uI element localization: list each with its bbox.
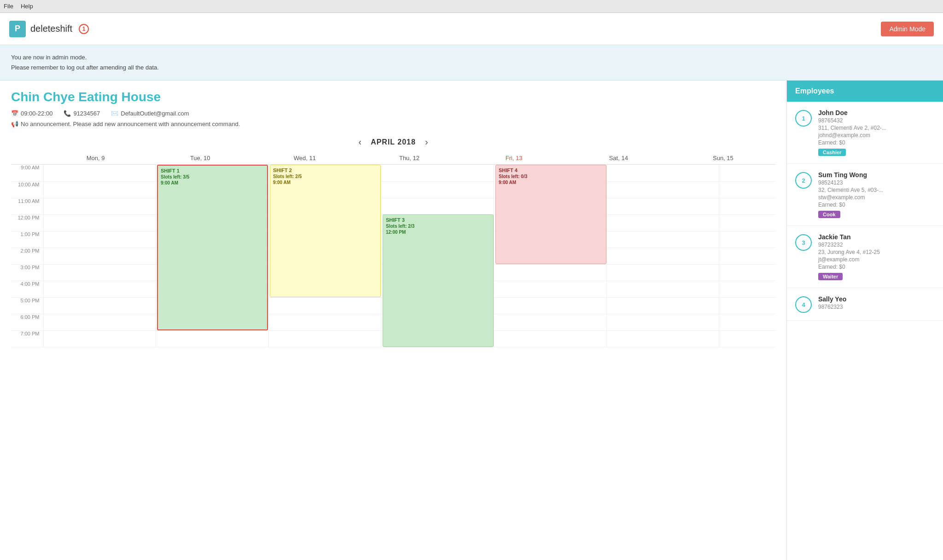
calendar-cell	[156, 314, 269, 330]
admin-mode-button[interactable]: Admin Mode	[881, 22, 934, 36]
calendar-cell	[156, 297, 269, 314]
calendar-cell	[268, 181, 381, 198]
business-phone: 📞 91234567	[64, 110, 100, 117]
calendar-cell	[43, 314, 156, 330]
calendar-cell	[494, 330, 606, 347]
calendar-cell	[156, 248, 269, 264]
employee-name: John Doe	[818, 109, 935, 116]
calendar-cell	[606, 330, 719, 347]
calendar-cell	[43, 198, 156, 214]
menu-file[interactable]: File	[4, 3, 13, 10]
calendar-area: Chin Chye Eating House 📅 09:00-22:00 📞 9…	[0, 81, 786, 560]
calendar-cell	[381, 198, 494, 214]
header: P deleteshift 1 Admin Mode	[0, 13, 943, 45]
calendar-cell	[43, 214, 156, 231]
calendar-cell	[719, 264, 775, 281]
time-cell: 11:00 AM	[11, 198, 43, 214]
cal-day-tue: Tue, 10	[148, 152, 252, 164]
calendar-cell	[381, 165, 494, 181]
role-badge: Cashier	[818, 149, 846, 156]
calendar-cell	[719, 297, 775, 314]
logo-icon: P	[9, 21, 26, 37]
email-icon: ✉️	[111, 110, 118, 117]
calendar-cell	[268, 231, 381, 248]
calendar-cell	[381, 330, 494, 347]
calendar-cell	[43, 231, 156, 248]
business-info: 📅 09:00-22:00 📞 91234567 ✉️ DefaultOutle…	[11, 110, 775, 117]
employees-header: Employees	[787, 81, 943, 102]
calendar-cell	[381, 281, 494, 297]
announcement-icon: 📢	[11, 121, 18, 127]
calendar-table: 9:00 AM10:00 AM11:00 AM12:00 PM1:00 PM2:…	[11, 165, 775, 347]
employee-earned: Earned: $0	[818, 264, 935, 270]
employees-sidebar: Employees 1 John Doe 98765432 311, Cleme…	[786, 81, 943, 560]
calendar-cell	[606, 248, 719, 264]
employee-card: 1 John Doe 98765432 311, Clementi Ave 2,…	[787, 102, 943, 164]
cal-day-sun: Sun, 15	[671, 152, 775, 164]
calendar-cell	[719, 248, 775, 264]
calendar-cell	[268, 264, 381, 281]
employee-address: 311, Clementi Ave 2, #02-...	[818, 125, 935, 131]
calendar-header-row: Mon, 9 Tue, 10 Wed, 11 Thu, 12 Fri, 13 S…	[11, 152, 775, 165]
time-cell: 1:00 PM	[11, 231, 43, 248]
calendar-cell	[381, 231, 494, 248]
calendar-cell	[494, 248, 606, 264]
calendar-cell	[381, 297, 494, 314]
calendar-cell	[268, 314, 381, 330]
calendar-cell	[606, 264, 719, 281]
calendar-cell	[156, 330, 269, 347]
calendar-cell	[268, 330, 381, 347]
time-cell: 5:00 PM	[11, 297, 43, 314]
calendar-cell	[43, 248, 156, 264]
calendar-cell	[381, 264, 494, 281]
calendar-cell	[719, 281, 775, 297]
time-cell: 6:00 PM	[11, 314, 43, 330]
employee-info: Jackie Tan 98723232 23, Jurong Ave 4, #1…	[818, 233, 935, 280]
employee-card: 3 Jackie Tan 98723232 23, Jurong Ave 4, …	[787, 226, 943, 288]
employee-card: 2 Sum Ting Wong 98524123 32, Clementi Av…	[787, 164, 943, 226]
calendar-month-label: APRIL 2018	[371, 138, 416, 146]
business-email: ✉️ DefaultOutlet@gmail.com	[111, 110, 189, 117]
calendar-body: 9:00 AM10:00 AM11:00 AM12:00 PM1:00 PM2:…	[11, 165, 775, 347]
employee-id: 98765432	[818, 117, 935, 124]
phone-icon: 📞	[64, 110, 71, 117]
employee-name: Sally Yeo	[818, 295, 935, 303]
calendar-cell	[381, 181, 494, 198]
calendar-cell	[719, 231, 775, 248]
employee-number: 3	[795, 234, 812, 251]
menubar: File Help	[0, 0, 943, 13]
employees-list: 1 John Doe 98765432 311, Clementi Ave 2,…	[787, 102, 943, 321]
calendar-grid: Mon, 9 Tue, 10 Wed, 11 Thu, 12 Fri, 13 S…	[11, 152, 775, 347]
employee-earned: Earned: $0	[818, 202, 935, 208]
employee-name: Sum Ting Wong	[818, 171, 935, 179]
calendar-cell	[268, 281, 381, 297]
time-cell: 9:00 AM	[11, 165, 43, 181]
employee-email: stw@example.com	[818, 194, 935, 201]
calendar-cell	[156, 181, 269, 198]
calendar-cell	[606, 297, 719, 314]
calendar-cell	[43, 297, 156, 314]
calendar-cell	[43, 330, 156, 347]
calendar-cell	[494, 198, 606, 214]
employee-number: 1	[795, 110, 812, 127]
calendar-cell	[606, 214, 719, 231]
prev-month-button[interactable]: ‹	[358, 137, 361, 147]
employee-info: John Doe 98765432 311, Clementi Ave 2, #…	[818, 109, 935, 156]
calendar-cell	[156, 231, 269, 248]
calendar-cell	[268, 248, 381, 264]
cal-day-thu: Thu, 12	[357, 152, 461, 164]
app-title: deleteshift	[30, 23, 72, 34]
calendar-cell	[381, 314, 494, 330]
next-month-button[interactable]: ›	[425, 137, 428, 147]
calendar-cell	[606, 281, 719, 297]
employee-id: 98762323	[818, 304, 935, 310]
cal-day-wed: Wed, 11	[252, 152, 357, 164]
calendar-cell	[719, 214, 775, 231]
cal-day-mon: Mon, 9	[43, 152, 148, 164]
calendar-cell	[156, 165, 269, 181]
menu-help[interactable]: Help	[21, 3, 33, 10]
calendar-cell	[43, 264, 156, 281]
calendar-cell	[719, 198, 775, 214]
calendar-cell	[268, 297, 381, 314]
cal-day-fri: Fri, 13	[462, 152, 566, 164]
